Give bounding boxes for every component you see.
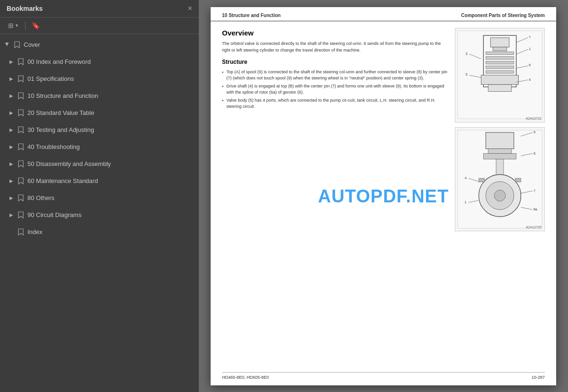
svg-rect-5	[486, 56, 514, 59]
sidebar-item-00-index[interactable]: ▶ 00 Index and Foreword	[0, 53, 199, 70]
svg-rect-32	[515, 178, 521, 182]
svg-text:5: 5	[466, 72, 468, 76]
chevron-icon: ▶	[8, 75, 15, 82]
close-button[interactable]: ×	[188, 5, 192, 12]
svg-rect-24	[486, 132, 514, 149]
chevron-icon: ▶	[8, 143, 15, 150]
bookmark-manage-button[interactable]: 🔖	[29, 20, 42, 31]
bullet-3: • Valve body (5) has 4 ports, which are …	[222, 97, 447, 110]
sidebar-item-label: 50 Disassembly and Assembly	[27, 160, 195, 167]
sidebar-item-90-circuit[interactable]: ▶ 90 Circuit Diagrams	[0, 206, 199, 223]
bullet-dot-3: •	[222, 98, 223, 110]
svg-text:4: 4	[529, 78, 531, 81]
bookmark-icon	[17, 74, 25, 83]
sidebar-item-label: 01 Specifications	[27, 75, 195, 82]
bookmark-icon	[17, 125, 25, 134]
sidebar-item-index[interactable]: ▶ Index	[0, 223, 199, 240]
expand-all-button[interactable]: ⊞ ▼	[6, 20, 21, 31]
grid-icon: ⊞	[8, 22, 14, 29]
sidebar-item-label: 90 Circuit Diagrams	[27, 211, 195, 218]
sidebar-item-10-structure[interactable]: ▶ 10 Structure and Function	[0, 87, 199, 104]
bookmark-icon	[17, 227, 25, 236]
diagram-top-svg: 7 1 3 6 5 4	[455, 28, 544, 122]
svg-rect-4	[486, 52, 514, 54]
sidebar-toolbar: ⊞ ▼ 🔖	[0, 17, 199, 34]
diagram-top: 7 1 3 6 5 4 A1H12721	[455, 28, 545, 122]
bullet-1: • Top (A) of spool (9) is connected to t…	[222, 69, 447, 81]
sidebar-item-40-trouble[interactable]: ▶ 40 Troubleshooting	[0, 138, 199, 155]
chevron-icon: ▶	[4, 41, 11, 48]
svg-rect-3	[493, 47, 507, 51]
sidebar-item-label: Cover	[24, 41, 195, 48]
bookmark-icon	[17, 176, 25, 185]
svg-rect-7	[486, 66, 514, 69]
svg-rect-31	[479, 178, 484, 182]
text-column: Overview The orbitrol valve is connected…	[222, 28, 447, 231]
sidebar-item-label: Index	[27, 228, 195, 235]
sidebar: Bookmarks × ⊞ ▼ 🔖 ▶ Cover▶ 00 Index and …	[0, 0, 199, 392]
chevron-icon: ▶	[8, 194, 15, 201]
sidebar-item-label: 30 Testing and Adjusting	[27, 126, 195, 133]
page-wrapper: 10 Structure and Function Component Part…	[211, 7, 556, 385]
bookmark-icon	[17, 193, 25, 202]
diagrams-column: 7 1 3 6 5 4 A1H12721	[455, 28, 545, 231]
sidebar-item-label: 10 Structure and Function	[27, 92, 195, 99]
bookmark-icon: 🔖	[32, 22, 40, 29]
chevron-down-icon: ▼	[15, 23, 19, 28]
svg-text:7: 7	[529, 35, 531, 38]
sidebar-header: Bookmarks ×	[0, 0, 199, 17]
sidebar-item-label: 20 Standard Value Table	[27, 109, 195, 116]
footer-left: HD465-8E0, HD605-8E0	[222, 375, 269, 380]
sidebar-item-01-specs[interactable]: ▶ 01 Specifications	[0, 70, 199, 87]
svg-rect-26	[483, 153, 516, 159]
sidebar-item-30-testing[interactable]: ▶ 30 Testing and Adjusting	[0, 121, 199, 138]
svg-text:1: 1	[465, 200, 467, 204]
sidebar-items: ▶ Cover▶ 00 Index and Foreword▶ 01 Speci…	[0, 34, 199, 392]
bookmark-icon	[17, 91, 25, 100]
svg-text:8: 8	[533, 151, 535, 155]
sidebar-item-50-disassembly[interactable]: ▶ 50 Disassembly and Assembly	[0, 155, 199, 172]
diagram-bottom-caption: A1H12725	[526, 226, 541, 229]
sidebar-item-20-standard[interactable]: ▶ 20 Standard Value Table	[0, 104, 199, 121]
bullet-text-3: Valve body (5) has 4 ports, which are co…	[226, 97, 447, 110]
diagram-top-caption: A1H12721	[526, 117, 541, 120]
svg-rect-9	[481, 75, 518, 85]
structure-heading: Structure	[222, 58, 447, 66]
sidebar-item-label: 80 Others	[27, 194, 195, 201]
overview-text: The orbitrol valve is connected directly…	[222, 41, 447, 53]
bookmark-icon	[13, 40, 21, 49]
chevron-icon: ▶	[8, 109, 15, 116]
svg-text:6a: 6a	[533, 208, 537, 211]
sidebar-title: Bookmarks	[7, 5, 43, 12]
svg-text:7: 7	[533, 189, 535, 192]
bookmark-icon	[17, 210, 25, 219]
bullet-dot-1: •	[222, 70, 223, 81]
bullet-dot-2: •	[222, 84, 223, 96]
page-body: Overview The orbitrol valve is connected…	[211, 21, 556, 238]
sidebar-item-label: 60 Maintenance Standard	[27, 177, 195, 184]
bullet-text-1: Top (A) of spool (9) is connected to the…	[226, 69, 447, 81]
sidebar-item-cover[interactable]: ▶ Cover	[0, 36, 199, 53]
chevron-icon: ▶	[8, 160, 15, 167]
bookmark-icon	[17, 142, 25, 151]
chevron-icon: ▶	[8, 211, 15, 218]
footer-right: 10-287	[532, 375, 545, 380]
toolbar-divider	[25, 21, 26, 30]
diagram-bottom: 9 8 4 7 1 6a A1H12725	[455, 127, 545, 231]
bookmark-icon	[17, 57, 25, 66]
page-header: 10 Structure and Function Component Part…	[211, 7, 556, 21]
page-footer: HD465-8E0, HD605-8E0 10-287	[222, 372, 545, 380]
main-content: 10 Structure and Function Component Part…	[199, 0, 568, 392]
bookmark-icon	[17, 159, 25, 168]
bullet-text-2: Drive shaft (4) is engaged at top (B) wi…	[226, 83, 447, 96]
chevron-icon: ▶	[8, 92, 15, 99]
svg-text:6: 6	[529, 63, 531, 67]
sidebar-item-60-maintenance[interactable]: ▶ 60 Maintenance Standard	[0, 172, 199, 189]
sidebar-item-label: 00 Index and Foreword	[27, 58, 195, 65]
sidebar-item-label: 40 Troubleshooting	[27, 143, 195, 150]
header-right: Component Parts of Steering System	[461, 13, 545, 18]
svg-rect-8	[486, 70, 514, 73]
chevron-icon: ▶	[8, 58, 15, 65]
sidebar-item-80-others[interactable]: ▶ 80 Others	[0, 189, 199, 206]
bookmark-icon	[17, 108, 25, 117]
